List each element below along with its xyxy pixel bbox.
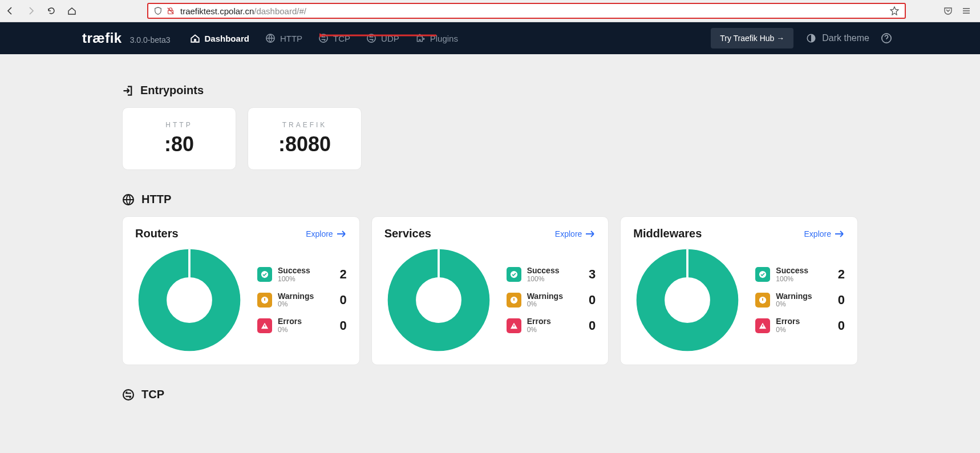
version-label: 3.0.0-beta3	[130, 35, 171, 45]
lock-strike-icon	[167, 7, 175, 15]
alert-icon	[755, 293, 770, 308]
section-title-label: HTTP	[141, 193, 171, 206]
brand-logo: træfik	[82, 30, 122, 46]
entrypoint-card: HTTP :80	[122, 107, 236, 170]
globe-icon	[122, 193, 135, 206]
card-title: Services	[384, 227, 431, 240]
browser-nav-buttons	[6, 6, 76, 15]
donut-chart	[135, 246, 244, 354]
error-icon	[257, 318, 272, 333]
error-icon	[755, 318, 770, 333]
stat-count: 2	[339, 267, 346, 282]
section-entrypoints: Entrypoints	[122, 84, 858, 97]
section-title-label: TCP	[141, 388, 164, 401]
bookmark-star-icon[interactable]	[890, 6, 899, 15]
donut-chart	[384, 246, 493, 354]
app-header: træfik 3.0.0-beta3 Dashboard HTTP TCP UD…	[0, 22, 980, 54]
stat-count: 0	[589, 293, 596, 308]
card-title: Routers	[135, 227, 179, 240]
stat-count: 0	[339, 318, 346, 333]
check-icon	[257, 267, 272, 282]
section-tcp: TCP	[122, 388, 858, 401]
nav-label: Dashboard	[205, 34, 249, 43]
theme-label: Dark theme	[822, 33, 869, 43]
theme-toggle[interactable]: Dark theme	[806, 33, 869, 43]
section-http: HTTP	[122, 193, 858, 206]
shield-icon	[154, 7, 162, 15]
donut-chart	[633, 246, 742, 354]
swap-icon	[122, 389, 135, 401]
card-middlewares: Middlewares Explore Success100% 2	[620, 216, 858, 365]
address-bar[interactable]: traefiktest.cpolar.cn/dashboard/#/	[147, 3, 906, 19]
explore-link[interactable]: Explore	[306, 229, 346, 238]
stat-count: 2	[838, 267, 845, 282]
browser-right-icons	[943, 6, 971, 15]
back-icon[interactable]	[6, 6, 15, 15]
entrypoint-label: HTTP	[165, 121, 192, 129]
nav-http[interactable]: HTTP	[265, 33, 302, 43]
alert-icon	[257, 293, 272, 308]
card-title: Middlewares	[633, 227, 702, 240]
stat-warnings[interactable]: Warnings0% 0	[755, 292, 845, 309]
entrypoint-port: :80	[164, 132, 194, 156]
entrypoint-label: TRAEFIK	[282, 121, 327, 129]
pocket-icon[interactable]	[943, 6, 953, 15]
svg-point-20	[123, 390, 133, 400]
login-icon	[122, 85, 133, 96]
home-icon[interactable]	[67, 6, 76, 15]
entrypoint-card: TRAEFIK :8080	[248, 107, 362, 170]
stat-errors[interactable]: Errors0% 0	[507, 317, 596, 334]
stat-success[interactable]: Success100% 3	[507, 266, 596, 283]
refresh-icon[interactable]	[47, 6, 56, 15]
annotation-arrow	[319, 27, 439, 43]
nav-dashboard[interactable]: Dashboard	[190, 33, 249, 43]
explore-link[interactable]: Explore	[804, 229, 845, 238]
stat-count: 0	[589, 318, 596, 333]
check-icon	[755, 267, 770, 282]
address-text: traefiktest.cpolar.cn/dashboard/#/	[180, 6, 306, 16]
globe-icon	[265, 33, 276, 43]
contrast-icon	[806, 33, 816, 43]
check-icon	[507, 267, 521, 282]
stat-success[interactable]: Success100% 2	[755, 266, 845, 283]
stat-count: 0	[339, 293, 346, 308]
stat-errors[interactable]: Errors0% 0	[257, 317, 347, 334]
browser-toolbar: traefiktest.cpolar.cn/dashboard/#/	[0, 0, 980, 22]
error-icon	[507, 318, 521, 333]
stat-count: 0	[838, 318, 845, 333]
entrypoint-port: :8080	[278, 132, 331, 156]
explore-link[interactable]: Explore	[555, 229, 596, 238]
stat-count: 3	[589, 267, 596, 282]
nav-label: HTTP	[280, 34, 302, 43]
home-icon	[190, 33, 200, 43]
stat-warnings[interactable]: Warnings0% 0	[507, 292, 596, 309]
forward-icon[interactable]	[26, 6, 35, 15]
section-title-label: Entrypoints	[140, 84, 204, 97]
card-routers: Routers Explore Success100% 2	[122, 216, 360, 365]
try-hub-button[interactable]: Try Traefik Hub →	[711, 28, 793, 48]
stat-count: 0	[838, 293, 845, 308]
stat-success[interactable]: Success100% 2	[257, 266, 347, 283]
menu-icon[interactable]	[962, 6, 971, 15]
card-services: Services Explore Success100% 3	[371, 216, 609, 365]
alert-icon	[507, 293, 521, 308]
stat-errors[interactable]: Errors0% 0	[755, 317, 845, 334]
help-icon[interactable]	[881, 33, 892, 44]
stat-warnings[interactable]: Warnings0% 0	[257, 292, 347, 309]
